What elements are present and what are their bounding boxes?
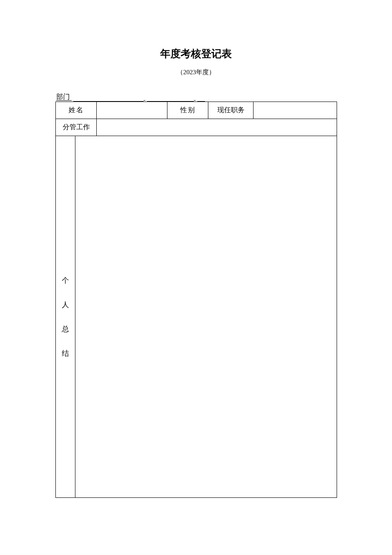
summary-char-4: 结 <box>56 350 75 357</box>
row-personal-summary: 个 人 总 结 <box>56 136 337 498</box>
name-label: 姓名 <box>56 102 97 119</box>
row-basic-info: 姓名 性别 现任职务 <box>56 102 337 119</box>
personal-summary-label: 个 人 总 结 <box>56 136 75 498</box>
summary-char-3: 总 <box>56 325 75 333</box>
document-title: 年度考核登记表 <box>55 47 337 61</box>
department-blank-2 <box>147 95 194 102</box>
department-label: 部门 <box>56 93 70 100</box>
in-charge-value <box>97 119 337 136</box>
position-value <box>254 102 337 119</box>
department-blank-3 <box>197 95 205 102</box>
name-value <box>97 102 167 119</box>
row-in-charge: 分管工作 <box>56 119 337 136</box>
department-blank-1 <box>73 95 144 102</box>
summary-char-2: 人 <box>56 301 75 308</box>
position-label: 现任职务 <box>208 102 254 119</box>
personal-summary-content <box>75 136 337 498</box>
document-page: 年度考核登记表 （2023年度） 部门 姓名 性别 现任职务 分管工作 <box>0 0 392 498</box>
document-year: （2023年度） <box>55 68 337 76</box>
summary-char-1: 个 <box>56 277 75 284</box>
department-line: 部门 <box>55 93 337 102</box>
in-charge-label: 分管工作 <box>56 119 97 136</box>
assessment-form-table: 姓名 性别 现任职务 分管工作 个 人 总 结 <box>55 102 337 498</box>
gender-label: 性别 <box>167 102 208 119</box>
